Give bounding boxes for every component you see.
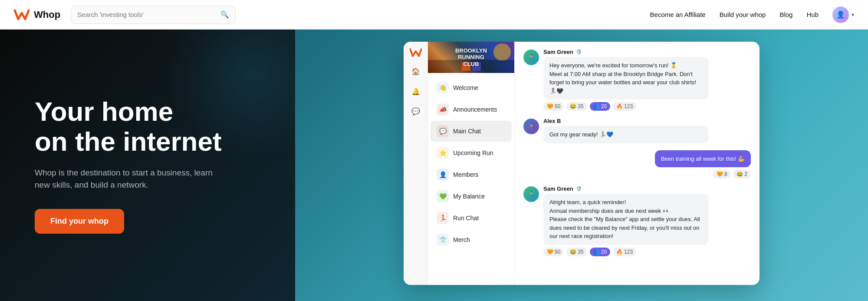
chat-area: 🏃Sam Green🛡️Hey everyone, we're excited … xyxy=(515,42,760,285)
message-group-0: 🏃Sam Green🛡️Hey everyone, we're excited … xyxy=(523,49,751,111)
reaction[interactable]: 🧡50 xyxy=(543,102,564,111)
message-author: Sam Green xyxy=(543,49,573,55)
whop-logo-icon xyxy=(14,9,30,21)
channel-icon: 📣 xyxy=(437,103,449,116)
sidebar-home-icon[interactable]: 🏠 xyxy=(410,65,422,77)
reaction[interactable]: 🧡50 xyxy=(543,248,564,256)
logo-text: Whop xyxy=(34,9,60,20)
channel-icon: 🏃 xyxy=(437,212,449,224)
nav-right: Become an Affiliate Build your whop Blog… xyxy=(650,7,854,23)
app-mockup: 🏠 🔔 💬 BROOKLYNRUNNINGCLUB xyxy=(404,42,760,285)
hero-subtitle: Whop is the destination to start a busin… xyxy=(35,167,217,192)
app-sidebar: 🏠 🔔 💬 xyxy=(404,42,428,285)
channel-icon: ⭐ xyxy=(437,147,449,159)
channel-item-welcome[interactable]: 👋 Welcome xyxy=(431,77,512,98)
channel-name: Upcoming Run xyxy=(453,149,493,156)
message-content: Sam Green🛡️Alright team, a quick reminde… xyxy=(543,185,751,256)
message-content: Sam Green🛡️Hey everyone, we're excited f… xyxy=(543,49,751,111)
main-content: Your home on the internet Whop is the de… xyxy=(0,30,868,301)
channel-item-merch[interactable]: 👕 Merch xyxy=(431,229,512,250)
channel-item-main-chat[interactable]: 💬 Main Chat xyxy=(431,121,512,142)
hero-title: Your home on the internet xyxy=(35,97,260,156)
channel-item-run-chat[interactable]: 🏃 Run Chat xyxy=(431,208,512,228)
channel-list: BROOKLYNRUNNINGCLUB 👋 Welcome 📣 Announce… xyxy=(428,42,515,285)
message-content: Alex BGot my gear ready! 🏃‍♂️💙 xyxy=(543,118,751,143)
nav-blog[interactable]: Blog xyxy=(779,11,792,18)
find-whop-button[interactable]: Find your whop xyxy=(35,209,124,234)
message-bubble: Alright team, a quick reminder! Annual m… xyxy=(543,194,708,245)
channel-name: Merch xyxy=(453,236,470,243)
sidebar-logo-icon xyxy=(410,48,422,57)
channel-icon: 👤 xyxy=(437,169,449,181)
header: Whop 🔍 Become an Affiliate Build your wh… xyxy=(0,0,868,30)
channel-icon: 👕 xyxy=(437,234,449,246)
logo-link[interactable]: Whop xyxy=(14,9,60,21)
channel-item-upcoming-run[interactable]: ⭐ Upcoming Run xyxy=(431,142,512,163)
chat-messages: 🏃Sam Green🛡️Hey everyone, we're excited … xyxy=(515,42,760,285)
message-header: Sam Green🛡️ xyxy=(543,185,751,192)
channel-name: Run Chat xyxy=(453,215,479,222)
channel-icon: 👋 xyxy=(437,82,449,94)
message-reactions: 🧡50😂35👥20🔥123 xyxy=(543,102,751,111)
message-avatar: 🏃 xyxy=(523,186,539,202)
reaction[interactable]: 😂2 xyxy=(733,170,751,179)
nav-hub[interactable]: Hub xyxy=(806,11,819,18)
message-group-1: 🏃Alex BGot my gear ready! 🏃‍♂️💙 xyxy=(523,118,751,143)
channel-item-announcements[interactable]: 📣 Announcements xyxy=(431,99,512,120)
message-avatar: 🏃 xyxy=(523,50,539,65)
user-avatar: 👤 xyxy=(832,7,849,23)
reaction[interactable]: 🧡8 xyxy=(713,170,731,179)
club-banner: BROOKLYNRUNNINGCLUB xyxy=(428,42,514,73)
reaction[interactable]: 😂35 xyxy=(566,102,587,111)
channel-name: Members xyxy=(453,171,478,178)
right-area: 🏠 🔔 💬 BROOKLYNRUNNINGCLUB xyxy=(295,30,868,301)
sidebar-chat-icon[interactable]: 💬 xyxy=(410,105,422,117)
user-avatar-menu[interactable]: 👤 ▾ xyxy=(832,7,854,23)
message-content: Been training all week for this! 💪🧡8😂2 xyxy=(655,150,751,179)
channel-name: Main Chat xyxy=(453,128,481,135)
reaction[interactable]: 🔥123 xyxy=(613,248,636,256)
reaction[interactable]: 👥20 xyxy=(590,248,610,256)
reaction[interactable]: 🔥123 xyxy=(613,102,636,111)
message-header: Sam Green🛡️ xyxy=(543,49,751,55)
search-icon: 🔍 xyxy=(220,10,229,19)
author-badge: 🛡️ xyxy=(576,186,582,192)
nav-build[interactable]: Build your whop xyxy=(720,11,766,18)
reaction[interactable]: 😂35 xyxy=(566,248,587,256)
reaction[interactable]: 👥20 xyxy=(590,102,610,111)
message-bubble: Hey everyone, we're excited for tomorrow… xyxy=(543,57,708,99)
search-bar: 🔍 xyxy=(71,6,236,24)
author-badge: 🛡️ xyxy=(576,49,582,55)
channel-item-members[interactable]: 👤 Members xyxy=(431,164,512,185)
message-reactions: 🧡50😂35👥20🔥123 xyxy=(543,248,751,256)
channel-icon: 💚 xyxy=(437,190,449,202)
message-author: Sam Green xyxy=(543,185,573,192)
sidebar-bell-icon[interactable]: 🔔 xyxy=(410,85,422,97)
search-input[interactable] xyxy=(77,11,216,18)
channel-name: Announcements xyxy=(453,106,497,113)
message-group-3: 🏃Sam Green🛡️Alright team, a quick remind… xyxy=(523,185,751,256)
own-message-2: Been training all week for this! 💪🧡8😂2 xyxy=(523,150,751,179)
chevron-down-icon: ▾ xyxy=(852,12,854,18)
nav-affiliate[interactable]: Become an Affiliate xyxy=(650,11,706,18)
message-bubble: Been training all week for this! 💪 xyxy=(655,150,751,168)
channel-icon: 💬 xyxy=(437,125,449,137)
channel-item-my-balance[interactable]: 💚 My Balance xyxy=(431,186,512,207)
hero-section: Your home on the internet Whop is the de… xyxy=(0,30,295,301)
channel-name: Welcome xyxy=(453,84,478,91)
channel-name: My Balance xyxy=(453,193,485,200)
message-avatar: 🏃 xyxy=(523,119,539,134)
message-reactions: 🧡8😂2 xyxy=(655,170,751,179)
channel-items: 👋 Welcome 📣 Announcements 💬 Main Chat ⭐ … xyxy=(428,77,514,250)
club-name: BROOKLYNRUNNINGCLUB xyxy=(455,47,487,68)
club-banner-image: BROOKLYNRUNNINGCLUB xyxy=(428,42,514,73)
message-header: Alex B xyxy=(543,118,751,124)
message-author: Alex B xyxy=(543,118,561,124)
message-bubble: Got my gear ready! 🏃‍♂️💙 xyxy=(543,126,708,143)
